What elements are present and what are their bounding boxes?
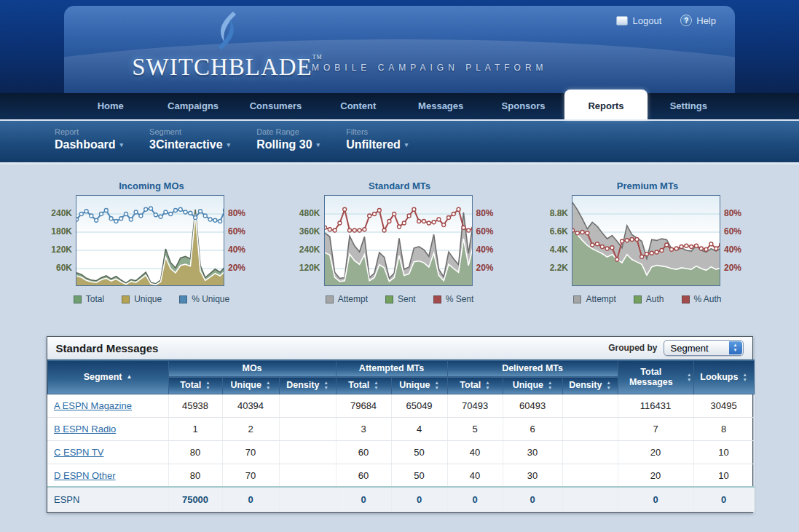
filter-dropdown-filters[interactable]: Unfiltered▾ xyxy=(346,138,408,151)
col-subheader-unique[interactable]: Unique▲▼ xyxy=(222,377,279,394)
value-cell: 1 xyxy=(168,417,222,440)
help-button[interactable]: ? Help xyxy=(680,15,716,26)
col-header-segment[interactable]: Segment▲ xyxy=(47,360,168,394)
header-inner: Lookups▲▼ xyxy=(700,372,747,383)
value-cell: 40394 xyxy=(222,394,279,417)
value-cell: 70493 xyxy=(447,394,503,417)
col-subheader-total[interactable]: Total▲▼ xyxy=(447,377,503,394)
filter-value-date-range: Rolling 30 xyxy=(256,138,312,151)
left-axis-tick: 60K xyxy=(56,263,72,273)
value-cell: 8 xyxy=(693,417,754,440)
chart-body: 60K120K180K240K20%40%60%80% xyxy=(42,195,261,287)
filter-label-date-range: Date Range xyxy=(256,127,320,136)
table-row: D ESPN Other8070605040302010 xyxy=(47,464,754,487)
tagline: MOBILE CAMPAIGN PLATFORM xyxy=(312,63,548,73)
tab-home[interactable]: Home xyxy=(69,93,151,119)
col-subheader-density[interactable]: Density▲▼ xyxy=(279,377,336,394)
segment-link-a-espn-magazine[interactable]: A ESPN Magazine xyxy=(54,400,132,411)
value-cell: 20 xyxy=(618,464,693,487)
sort-icons: ▲▼ xyxy=(742,372,747,383)
col-header-total-messages[interactable]: Total Messages▲▼ xyxy=(618,360,693,394)
help-icon: ? xyxy=(680,15,692,26)
value-cell: 40 xyxy=(447,464,503,487)
tab-content[interactable]: Content xyxy=(317,93,399,119)
chart-title: Premium MTs xyxy=(538,180,757,191)
left-axis-tick: 4.4K xyxy=(550,245,568,255)
legend-swatch-icon xyxy=(326,295,334,303)
col-subheader-unique[interactable]: Unique▲▼ xyxy=(391,377,447,394)
left-axis-tick: 6.6K xyxy=(550,226,568,237)
tab-messages[interactable]: Messages xyxy=(400,93,482,119)
subheader-inner: Density▲▼ xyxy=(569,380,611,391)
value-cell xyxy=(279,417,336,440)
left-axis: 2.2K4.4K6.6K8.8K xyxy=(538,195,572,287)
value-cell xyxy=(562,464,618,487)
logout-icon xyxy=(616,16,628,25)
subheader-inner: Total▲▼ xyxy=(460,380,489,391)
legend-item-attempt: Attempt xyxy=(326,294,368,304)
right-axis-tick: 60% xyxy=(228,226,245,237)
col-header-lookups[interactable]: Lookups▲▼ xyxy=(693,360,754,394)
logo: SWITCHBLADETM xyxy=(118,10,336,81)
right-axis-tick: 60% xyxy=(476,226,494,237)
sort-icons: ▲▼ xyxy=(435,380,439,391)
table-row: B ESPN Radio12345678 xyxy=(47,417,754,440)
value-cell xyxy=(562,417,618,440)
filter-report: ReportDashboard▾ xyxy=(55,127,123,162)
value-cell: 10 xyxy=(693,440,754,464)
segment-link-d-espn-other[interactable]: D ESPN Other xyxy=(54,470,116,481)
subheader-label: Unique xyxy=(399,380,430,390)
col-subheader-total[interactable]: Total▲▼ xyxy=(336,377,391,394)
chevron-down-icon: ▾ xyxy=(405,141,409,148)
sort-icons: ▲▼ xyxy=(485,380,489,391)
left-axis: 120K240K360K480K xyxy=(291,195,324,287)
col-group-attempted-mts: Attempted MTs xyxy=(336,360,447,377)
value-cell xyxy=(279,464,336,487)
legend-label: % Unique xyxy=(192,294,229,304)
sort-asc-icon: ▲ xyxy=(687,372,691,377)
sort-desc-icon: ▼ xyxy=(485,385,489,390)
col-subheader-density[interactable]: Density▲▼ xyxy=(562,377,618,394)
header-panel: SWITCHBLADETM MOBILE CAMPAIGN PLATFORM L… xyxy=(64,6,735,93)
value-cell: 4 xyxy=(391,417,447,440)
tab-consumers[interactable]: Consumers xyxy=(235,93,317,119)
summary-value-cell xyxy=(562,487,618,512)
subheader-inner: Density▲▼ xyxy=(286,380,328,391)
col-subheader-unique[interactable]: Unique▲▼ xyxy=(503,377,562,394)
chevron-down-icon: ▾ xyxy=(120,141,124,148)
sort-asc-icon: ▲ xyxy=(205,380,210,385)
header-label: Total Messages xyxy=(620,367,683,387)
legend-item-unique: Unique xyxy=(122,294,162,304)
tab-sponsors[interactable]: Sponsors xyxy=(482,93,564,119)
segment-link-c-espn-tv[interactable]: C ESPN TV xyxy=(54,447,103,458)
value-cell: 80 xyxy=(168,440,222,464)
tab-settings[interactable]: Settings xyxy=(648,93,730,119)
filter-label-filters: Filters xyxy=(346,127,408,136)
tab-reports[interactable]: Reports xyxy=(564,90,647,119)
filter-dropdown-segment[interactable]: 3Cinteractive▾ xyxy=(149,138,230,151)
legend-label: Auth xyxy=(646,294,664,304)
col-subheader-total[interactable]: Total▲▼ xyxy=(168,377,222,394)
value-cell: 30495 xyxy=(693,394,754,417)
chart-legend: TotalUnique% Unique xyxy=(42,294,261,304)
segment-link-b-espn-radio[interactable]: B ESPN Radio xyxy=(54,424,116,434)
right-axis-tick: 60% xyxy=(724,226,741,237)
tab-campaigns[interactable]: Campaigns xyxy=(151,93,234,119)
sort-desc-icon: ▼ xyxy=(266,385,270,390)
grouped-by-select[interactable]: Segment ▲▼ xyxy=(664,340,744,356)
filter-dropdown-date-range[interactable]: Rolling 30▾ xyxy=(256,138,320,151)
sort-desc-icon: ▼ xyxy=(374,385,378,390)
value-cell: 50 xyxy=(391,440,447,464)
table-row: A ESPN Magazine4593840394796846504970493… xyxy=(47,394,754,417)
filter-dropdown-report[interactable]: Dashboard▾ xyxy=(55,138,123,151)
subheader-label: Density xyxy=(286,380,319,390)
legend-item-unique: % Unique xyxy=(179,294,229,304)
chart-standard-mts: Standard MTs120K240K360K480K20%40%60%80%… xyxy=(291,180,509,304)
logout-button[interactable]: Logout xyxy=(616,15,661,26)
value-cell: 50 xyxy=(391,464,447,487)
value-cell: 60493 xyxy=(503,394,562,417)
value-cell: 20 xyxy=(618,440,693,464)
segment-cell: C ESPN TV xyxy=(47,440,168,464)
sort-asc-icon: ▲ xyxy=(485,380,489,385)
subheader-label: Total xyxy=(180,380,201,390)
